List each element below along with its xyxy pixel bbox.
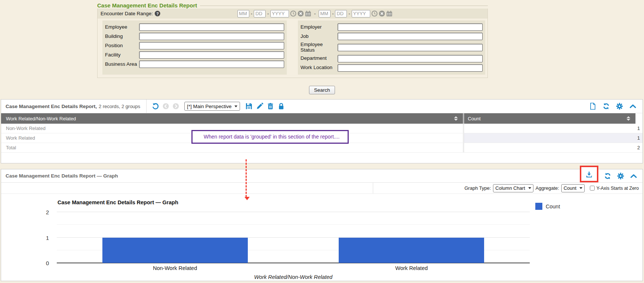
aggregate-label: Aggregate:: [536, 185, 559, 191]
facility-field[interactable]: [139, 51, 284, 59]
row-count: 2: [464, 143, 643, 152]
date-from-year-input[interactable]: [270, 10, 289, 17]
clock-icon[interactable]: [290, 10, 296, 17]
chart-plot: [57, 212, 530, 263]
table-header-row: Work Related/Non-Work Related Count: [1, 113, 635, 124]
collapse-section-icon[interactable]: [630, 172, 637, 180]
chart-x-axis-title: Work Related/Non-Work Related: [57, 274, 530, 280]
position-field[interactable]: [139, 42, 284, 49]
date-to-month-input[interactable]: [319, 10, 331, 17]
column-header-group[interactable]: Work Related/Non-Work Related: [1, 116, 463, 121]
legend-label: Count: [546, 204, 560, 209]
date-range-label: Encounter Date Range:: [101, 11, 153, 16]
job-field[interactable]: [338, 33, 483, 40]
chart-x-labels: Non-Work RelatedWork Related: [57, 265, 530, 273]
edit-perspective-icon[interactable]: [256, 103, 263, 110]
clock-icon[interactable]: [371, 10, 378, 17]
date-separator: -: [348, 11, 350, 16]
chart-gridline: [57, 212, 530, 212]
search-form-panel: Case Management Enc Details Report Encou…: [97, 2, 488, 78]
field-label: Business Area: [105, 62, 139, 67]
previous-icon[interactable]: [162, 103, 169, 110]
building-field[interactable]: [139, 33, 284, 40]
column-header-count[interactable]: Count: [464, 116, 635, 121]
collapse-section-icon[interactable]: [629, 103, 637, 110]
field-label: Department: [300, 56, 338, 61]
graph-type-label: Graph Type:: [464, 185, 491, 191]
date-from-month-input[interactable]: [237, 10, 249, 17]
date-separator: -: [267, 11, 269, 16]
search-button-row: Search: [0, 86, 644, 94]
chart-gridline: [57, 224, 530, 225]
employer-field[interactable]: [338, 23, 483, 31]
form-legend: Case Management Enc Details Report: [97, 2, 200, 9]
sort-icon[interactable]: [454, 116, 458, 121]
employee-field[interactable]: [139, 23, 284, 31]
refresh-icon[interactable]: [602, 103, 610, 110]
chart-y-tick-label: 0: [46, 260, 49, 266]
sort-icon[interactable]: [627, 116, 630, 121]
field-label: Job: [300, 34, 338, 39]
field-label: Building: [105, 34, 139, 39]
chart-title: Case Management Enc Details Report — Gra…: [58, 199, 178, 205]
form-legend-row: Case Management Enc Details Report: [97, 2, 488, 9]
chart-bar: [102, 238, 248, 263]
date-to-day-input[interactable]: [335, 10, 347, 17]
row-count: 1: [464, 133, 643, 143]
clear-date-icon[interactable]: [379, 10, 385, 17]
legend-swatch: [535, 203, 542, 210]
perspective-controls: [*] Main Perspective: [152, 102, 285, 111]
undo-icon[interactable]: [152, 103, 159, 110]
date-to-year-input[interactable]: [352, 10, 370, 17]
graph-panel-actions: [580, 172, 637, 180]
annotation-callout: When report data is 'grouped' in this se…: [191, 130, 349, 144]
employee-status-field[interactable]: [338, 44, 483, 51]
graph-titlebar: Case Management Enc Details Report — Gra…: [1, 169, 643, 183]
lock-icon[interactable]: [277, 103, 285, 110]
work-location-field[interactable]: [338, 64, 483, 72]
department-field[interactable]: [338, 55, 483, 62]
refresh-icon[interactable]: [604, 172, 611, 180]
yaxis-zero-label: Y-Axis Starts at Zero: [597, 186, 639, 191]
chart-bar: [339, 238, 484, 263]
delete-perspective-icon[interactable]: [267, 103, 274, 110]
perspective-select[interactable]: [*] Main Perspective: [184, 102, 240, 111]
gear-icon[interactable]: [617, 172, 624, 180]
save-perspective-icon[interactable]: [245, 103, 253, 110]
chevron-down-icon: [579, 187, 582, 189]
field-label: Facility: [105, 52, 139, 58]
export-document-icon[interactable]: [589, 103, 597, 110]
arrow-head-icon: [244, 197, 250, 200]
report-panel-actions: [589, 103, 638, 110]
search-button[interactable]: Search: [309, 86, 335, 94]
field-label: Employer: [300, 25, 338, 30]
calendar-icon[interactable]: [305, 10, 311, 17]
chevron-down-icon: [528, 187, 531, 189]
chart-legend: Count: [535, 203, 560, 210]
controls-divider: [373, 183, 373, 193]
form-fields: Employee Building Position Facility Busi…: [98, 20, 487, 75]
aggregate-select[interactable]: Count: [561, 184, 585, 192]
form-fieldset: Encounter Date Range: ? - - - -: [97, 9, 488, 78]
field-label: Employee: [105, 25, 139, 30]
chart-category-label: Work Related: [293, 265, 530, 271]
help-icon[interactable]: ?: [155, 11, 160, 16]
right-field-panel: Employer Job Employee Status Department …: [298, 20, 485, 75]
business-area-field[interactable]: [139, 61, 284, 68]
table-row-total[interactable]: Total 2: [1, 143, 643, 153]
download-icon[interactable]: [585, 171, 593, 178]
calendar-icon[interactable]: [386, 10, 392, 17]
date-from-day-input[interactable]: [254, 10, 266, 17]
page: { "icons": { "help_glyph": "?" }, "form"…: [0, 0, 644, 283]
graph-controls-row: Graph Type: Column Chart Aggregate: Coun…: [1, 183, 643, 194]
clear-date-icon[interactable]: [298, 10, 304, 17]
aggregate-value: Count: [564, 185, 576, 191]
graph-type-select[interactable]: Column Chart: [493, 184, 533, 192]
yaxis-zero-option: Y-Axis Starts at Zero: [590, 186, 639, 191]
field-label: Work Location: [300, 65, 338, 71]
left-field-panel: Employee Building Position Facility Busi…: [102, 20, 287, 75]
yaxis-zero-checkbox[interactable]: [590, 186, 595, 191]
date-inputs: - - - - -: [237, 10, 392, 17]
gear-icon[interactable]: [616, 103, 623, 110]
next-icon[interactable]: [172, 103, 179, 110]
